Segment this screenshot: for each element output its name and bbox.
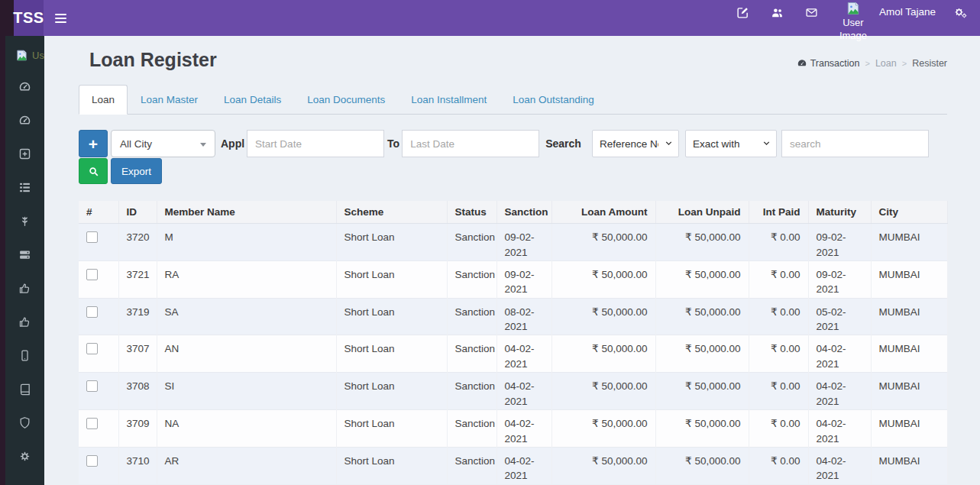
sidebar-item-mobile[interactable]: [18, 349, 31, 383]
maturity-date: 09-02-2021: [817, 230, 859, 260]
sidebar-item-dashboard-2[interactable]: [18, 114, 31, 147]
filter-panel: + All City Appl To Search Reference No E…: [79, 130, 947, 184]
sidebar: User Image: [5, 36, 44, 485]
tab-loan[interactable]: Loan: [79, 85, 128, 115]
cell-status: Sanction: [447, 410, 496, 448]
search-input[interactable]: [781, 130, 929, 157]
row-checkbox[interactable]: [86, 418, 98, 429]
user-name[interactable]: Amol Tajane: [879, 6, 936, 18]
cell-scheme: Short Loan: [336, 447, 447, 483]
to-label: To: [387, 137, 399, 150]
row-checkbox[interactable]: [86, 380, 98, 392]
sidebar-toggle-button[interactable]: [55, 11, 66, 25]
export-button[interactable]: Export: [111, 158, 162, 184]
cell-loan-unpaid: ₹ 50,000.00: [655, 447, 749, 483]
add-button[interactable]: +: [79, 130, 108, 157]
tab-loan-master[interactable]: Loan Master: [128, 85, 211, 115]
cell-status: Sanction: [447, 298, 496, 335]
cell-id: 3709: [118, 410, 157, 448]
cell-status: Sanction: [447, 335, 496, 373]
sanction-date: 08-02-2021: [505, 305, 548, 335]
match-type-select[interactable]: Exact with: [685, 130, 777, 157]
sidebar-item-list[interactable]: [18, 181, 31, 215]
breadcrumb-transaction[interactable]: Transaction: [797, 58, 860, 69]
cell-member: SI: [157, 373, 336, 410]
mobile-icon: [18, 349, 31, 362]
thumbs-up-icon: [18, 315, 31, 328]
sidebar-item-ledger[interactable]: [18, 383, 31, 416]
server-icon: [18, 248, 31, 261]
cell-maturity: 04-02-2021: [808, 447, 871, 483]
user-avatar[interactable]: User Image: [836, 1, 870, 42]
cell-select: [79, 447, 118, 483]
last-date-input[interactable]: [402, 130, 539, 157]
cell-status: Sanction: [447, 447, 496, 483]
sidebar-item-add[interactable]: [18, 147, 31, 181]
cell-select: [79, 373, 118, 410]
cell-sanction: 04-02-2021: [496, 373, 551, 410]
column-header: ID: [118, 201, 157, 224]
tab-loan-documents[interactable]: Loan Documents: [294, 85, 398, 115]
users-icon: [771, 6, 784, 19]
settings-button[interactable]: [954, 6, 967, 19]
maturity-date: 04-02-2021: [817, 416, 859, 446]
maturity-date: 04-02-2021: [817, 379, 859, 409]
maturity-date: 05-02-2021: [817, 305, 859, 335]
cell-maturity: 04-02-2021: [808, 335, 871, 373]
row-checkbox[interactable]: [86, 343, 98, 354]
sidebar-item-dashboard[interactable]: [18, 80, 31, 114]
row-checkbox[interactable]: [86, 231, 98, 243]
start-date-input[interactable]: [247, 130, 384, 157]
dashboard-icon: [18, 114, 31, 127]
cell-int-paid: ₹ 0.00: [749, 373, 808, 410]
maturity-date: 04-02-2021: [817, 454, 859, 483]
tab-loan-details[interactable]: Loan Details: [211, 85, 294, 115]
table-row: 3708SIShort LoanSanction04-02-2021₹ 50,0…: [79, 373, 947, 410]
caret-down-icon: [200, 143, 206, 147]
top-navbar: User Image Amol Tajane: [44, 0, 980, 36]
sidebar-item-branch[interactable]: [18, 215, 31, 248]
sanction-date: 09-02-2021: [505, 230, 548, 260]
edit-button[interactable]: [736, 6, 749, 19]
sidebar-item-approve[interactable]: [18, 282, 31, 315]
app-logo[interactable]: TSS: [14, 0, 44, 36]
sidebar-user-panel[interactable]: User Image: [5, 36, 44, 65]
gears-icon: [954, 6, 967, 19]
table-row: 3709NAShort LoanSanction04-02-2021₹ 50,0…: [79, 410, 947, 448]
breadcrumb-loan[interactable]: Loan: [875, 58, 897, 69]
envelope-icon: [805, 6, 818, 19]
cell-city: MUMBAI: [871, 373, 947, 410]
sidebar-item-settings[interactable]: [18, 450, 31, 483]
breadcrumb-separator: >: [902, 59, 907, 68]
search-field-select[interactable]: Reference No: [592, 130, 679, 157]
cell-int-paid: ₹ 0.00: [749, 298, 808, 335]
cell-int-paid: ₹ 0.00: [749, 335, 808, 373]
cell-loan-unpaid: ₹ 50,000.00: [655, 224, 749, 261]
messages-button[interactable]: [805, 6, 818, 19]
sidebar-item-approve-2[interactable]: [18, 315, 31, 349]
row-checkbox[interactable]: [86, 455, 98, 467]
sidebar-user-image-alt-text: User Image: [32, 50, 44, 61]
search-button[interactable]: [79, 158, 108, 184]
cell-int-paid: ₹ 0.00: [749, 410, 808, 448]
users-button[interactable]: [771, 6, 784, 19]
search-label: Search: [545, 137, 581, 150]
dashboard-icon: [797, 58, 807, 69]
sidebar-item-server[interactable]: [18, 248, 31, 282]
content-area: Loan Register Transaction > Loan > Resis…: [44, 36, 980, 485]
cell-member: M: [157, 224, 336, 261]
table-row: 3719SAShort LoanSanction08-02-2021₹ 50,0…: [79, 298, 947, 335]
list-icon: [18, 181, 31, 194]
tab-loan-outstanding[interactable]: Loan Outstanding: [500, 85, 607, 115]
city-select[interactable]: All City: [111, 130, 215, 157]
row-checkbox[interactable]: [86, 269, 98, 280]
sidebar-item-security[interactable]: [18, 416, 31, 450]
cell-scheme: Short Loan: [336, 260, 447, 298]
row-checkbox[interactable]: [86, 306, 98, 318]
cell-select: [79, 224, 118, 261]
cell-id: 3707: [118, 335, 157, 373]
sanction-date: 04-02-2021: [505, 341, 548, 371]
tab-loan-installment[interactable]: Loan Installment: [398, 85, 500, 115]
cell-scheme: Short Loan: [336, 373, 447, 410]
cell-scheme: Short Loan: [336, 224, 447, 261]
